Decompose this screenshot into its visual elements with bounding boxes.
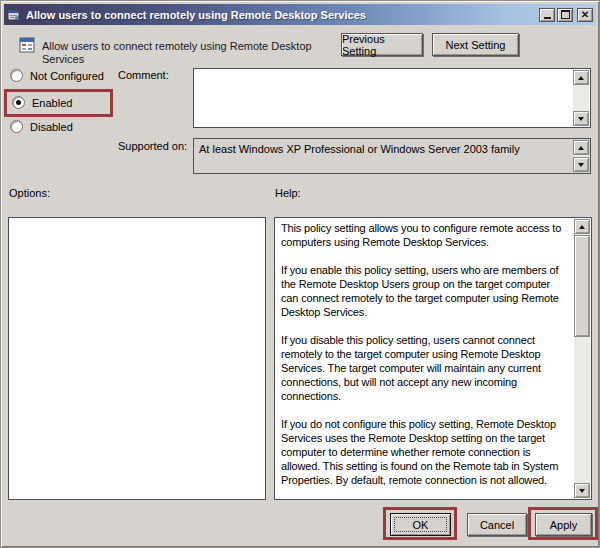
arrow-up-icon <box>578 76 584 80</box>
window-icon <box>7 8 21 22</box>
maximize-icon <box>561 10 570 19</box>
minimize-button[interactable] <box>539 8 555 22</box>
radio-not-configured[interactable]: Not Configured <box>10 69 104 82</box>
help-text: This policy setting allows you to config… <box>281 221 570 497</box>
supported-on-scrollbar[interactable] <box>573 140 589 172</box>
comment-label: Comment: <box>118 69 169 81</box>
scroll-thumb[interactable] <box>574 235 590 337</box>
radio-enabled[interactable]: Enabled <box>12 96 72 109</box>
maximize-button[interactable] <box>557 8 573 22</box>
setting-title: Allow users to connect remotely using Re… <box>42 40 332 66</box>
scroll-down-button[interactable] <box>574 483 590 498</box>
supported-on-value: At least Windows XP Professional or Wind… <box>199 143 570 155</box>
radio-enabled-circle[interactable] <box>12 96 25 109</box>
close-button[interactable]: ✕ <box>577 8 593 22</box>
scroll-up-button[interactable] <box>573 140 589 155</box>
help-panel: This policy setting allows you to config… <box>274 217 592 500</box>
options-label: Options: <box>9 187 50 199</box>
arrow-up-icon <box>579 225 585 229</box>
radio-disabled[interactable]: Disabled <box>10 120 73 133</box>
radio-enabled-label: Enabled <box>32 97 72 109</box>
cancel-button[interactable]: Cancel <box>467 513 527 536</box>
close-icon: ✕ <box>581 10 589 20</box>
window-title: Allow users to connect remotely using Re… <box>26 9 539 21</box>
help-label: Help: <box>275 187 301 199</box>
arrow-down-icon <box>578 117 584 121</box>
ok-button[interactable]: OK <box>390 513 451 536</box>
arrow-down-icon <box>578 163 584 167</box>
policy-setting-dialog: Allow users to connect remotely using Re… <box>0 0 600 548</box>
arrow-up-icon <box>578 146 584 150</box>
minimize-icon <box>544 17 551 19</box>
scroll-down-button[interactable] <box>573 157 589 172</box>
supported-on-field: At least Windows XP Professional or Wind… <box>193 138 591 174</box>
options-panel <box>8 217 266 500</box>
supported-on-label: Supported on: <box>118 140 187 152</box>
radio-disabled-label: Disabled <box>30 121 73 133</box>
comment-input[interactable] <box>193 68 591 128</box>
previous-setting-button[interactable]: Previous Setting <box>341 33 423 56</box>
help-scrollbar[interactable] <box>574 219 590 498</box>
radio-not-configured-circle[interactable] <box>10 69 23 82</box>
titlebar[interactable]: Allow users to connect remotely using Re… <box>4 4 596 25</box>
apply-button[interactable]: Apply <box>535 513 592 536</box>
radio-not-configured-label: Not Configured <box>30 70 104 82</box>
next-setting-button[interactable]: Next Setting <box>432 33 519 56</box>
policy-setting-icon <box>19 37 35 53</box>
arrow-down-icon <box>579 489 585 493</box>
scroll-up-button[interactable] <box>574 219 590 234</box>
comment-scrollbar[interactable] <box>573 70 589 126</box>
scroll-up-button[interactable] <box>573 70 589 85</box>
radio-disabled-circle[interactable] <box>10 120 23 133</box>
scroll-down-button[interactable] <box>573 111 589 126</box>
